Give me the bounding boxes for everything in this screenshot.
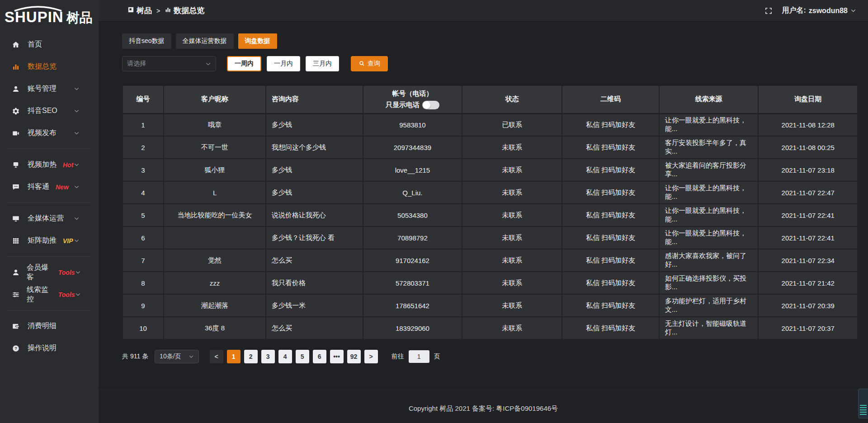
row-qr-actions[interactable]: 私信 扫码加好友 — [562, 272, 659, 294]
sidebar-item-consumption-detail[interactable]: 消费明细 — [0, 315, 99, 337]
page-button-2[interactable]: 2 — [244, 350, 258, 363]
fullscreen-icon[interactable] — [764, 7, 773, 15]
panel-icon — [127, 6, 134, 15]
wallet-icon — [12, 322, 21, 330]
row-source[interactable]: 让你一眼就爱上的黑科技，能... — [659, 226, 759, 249]
row-date: 2021-11-07 22:47 — [758, 181, 858, 204]
sliders-icon — [12, 291, 20, 299]
page-button-1[interactable]: 1 — [227, 350, 241, 363]
row-source[interactable]: 无主灯设计，智能磁吸轨道灯... — [659, 317, 759, 339]
row-qr-actions[interactable]: 私信 扫码加好友 — [562, 136, 659, 159]
range-button-quarter[interactable]: 三月内 — [306, 56, 339, 71]
inquiry-table: 编号 客户昵称 咨询内容 帐号（电话） 只显示电话 状态 二维码 线索来源 — [122, 85, 858, 340]
sidebar-item-omni-media[interactable]: 全媒体运营 — [0, 207, 99, 230]
sidebar-item-label: 抖客通 — [28, 182, 49, 192]
page-size-select[interactable]: 10条/页 — [155, 350, 198, 363]
pagination: 共 911 条 10条/页 <123456•••92> 前往 页 — [122, 350, 858, 363]
sidebar-item-data-overview[interactable]: 数据总览 — [0, 56, 99, 78]
page-button-6[interactable]: 6 — [313, 350, 326, 363]
sidebar-item-account-management[interactable]: 账号管理 — [0, 78, 99, 100]
sidebar-item-label: 抖音SEO — [28, 106, 57, 116]
user-icon — [12, 85, 21, 93]
app-logo[interactable]: SHUPIN 树品 — [0, 0, 99, 27]
phone-only-toggle[interactable] — [422, 101, 439, 109]
tabs: 抖音seo数据全媒体运营数据询盘数据 — [122, 33, 858, 49]
row-qr-actions[interactable]: 私信 扫码加好友 — [562, 113, 659, 136]
table-row: 7觉然怎么买917024162未联系私信 扫码加好友感谢大家喜欢我家，被问了好.… — [123, 249, 858, 272]
row-nickname: zzz — [164, 272, 266, 294]
row-status: 未联系 — [462, 272, 562, 294]
row-qr-actions[interactable]: 私信 扫码加好友 — [562, 181, 659, 204]
sidebar: SHUPIN 树品 首页数据总览账号管理抖音SEO视频发布视频加热Hot抖客通N… — [0, 0, 99, 423]
row-no: 10 — [123, 317, 164, 339]
sidebar-item-label: 账号管理 — [28, 84, 57, 94]
row-qr-actions[interactable]: 私信 扫码加好友 — [562, 249, 659, 272]
page-button-92[interactable]: 92 — [347, 350, 361, 363]
col-qrcode: 二维码 — [562, 85, 659, 113]
row-source[interactable]: 如何正确选择投影仪，买投影... — [659, 272, 759, 294]
sidebar-item-video-publish[interactable]: 视频发布 — [0, 122, 99, 144]
row-source[interactable]: 让你一眼就爱上的黑科技，能... — [659, 113, 759, 136]
range-button-month[interactable]: 一月内 — [267, 56, 300, 71]
row-date: 2021-11-08 12:28 — [758, 113, 858, 136]
row-no: 7 — [123, 249, 164, 272]
breadcrumb-separator: > — [156, 7, 160, 14]
row-source[interactable]: 被大家追着问的客厅投影分享... — [659, 159, 759, 181]
range-button-week[interactable]: 一周内 — [227, 56, 261, 71]
prev-page-button[interactable]: < — [210, 350, 223, 363]
table-row: 3狐小狸多少钱love__1215未联系私信 扫码加好友被大家追着问的客厅投影分… — [123, 159, 858, 181]
row-nickname: L — [164, 181, 266, 204]
sidebar-item-label: 消费明细 — [28, 321, 57, 331]
page-button-5[interactable]: 5 — [296, 350, 309, 363]
row-date: 2021-11-07 22:41 — [758, 226, 858, 249]
row-qr-actions[interactable]: 私信 扫码加好友 — [562, 204, 659, 226]
sidebar-item-matrix-boost[interactable]: 矩阵助推VIP — [0, 230, 99, 252]
floating-widget[interactable] — [858, 389, 868, 418]
row-date: 2021-11-08 00:25 — [758, 136, 858, 159]
monitor-icon — [12, 215, 21, 223]
page-button-3[interactable]: 3 — [261, 350, 275, 363]
row-source[interactable]: 让你一眼就爱上的黑科技，能... — [659, 181, 759, 204]
next-page-button[interactable]: > — [364, 350, 378, 363]
row-status: 未联系 — [462, 136, 562, 159]
tab-omni-media-data[interactable]: 全媒体运营数据 — [176, 33, 234, 49]
row-status: 未联系 — [462, 317, 562, 339]
row-source[interactable]: 感谢大家喜欢我家，被问了好... — [659, 249, 759, 272]
row-qr-actions[interactable]: 私信 扫码加好友 — [562, 294, 659, 317]
row-qr-actions[interactable]: 私信 扫码加好友 — [562, 317, 659, 339]
select-placeholder: 请选择 — [127, 60, 146, 68]
row-content: 我想问这个多少钱 — [266, 136, 363, 159]
row-date: 2021-11-07 22:34 — [758, 249, 858, 272]
chevron-down-icon — [189, 354, 194, 359]
account-select[interactable]: 请选择 — [122, 56, 216, 71]
goto-page-input[interactable] — [409, 350, 429, 363]
row-qr-actions[interactable]: 私信 扫码加好友 — [562, 159, 659, 181]
sidebar-item-home[interactable]: 首页 — [0, 33, 99, 56]
page-button-4[interactable]: 4 — [278, 350, 292, 363]
row-qr-actions[interactable]: 私信 扫码加好友 — [562, 226, 659, 249]
tab-douyin-seo-data[interactable]: 抖音seo数据 — [122, 33, 171, 49]
heat-icon — [12, 161, 21, 169]
row-date: 2021-11-07 21:42 — [758, 272, 858, 294]
page-ellipsis-button[interactable]: ••• — [330, 350, 344, 363]
row-source[interactable]: 多功能护栏灯，适用于乡村文... — [659, 294, 759, 317]
breadcrumb-item-shupin[interactable]: 树品 — [127, 5, 152, 16]
sidebar-item-douyin-seo[interactable]: 抖音SEO — [0, 100, 99, 122]
tab-inquiry-data[interactable]: 询盘数据 — [238, 33, 277, 49]
row-source[interactable]: 让你一眼就爱上的黑科技，能... — [659, 204, 759, 226]
row-account: 183929060 — [363, 317, 462, 339]
row-status: 未联系 — [462, 226, 562, 249]
sidebar-item-lead-monitor[interactable]: 线索监控Tools — [0, 283, 99, 306]
date-range-group: 一周内一月内三月内 — [227, 56, 339, 71]
query-button[interactable]: 查询 — [351, 56, 388, 71]
row-source[interactable]: 客厅安装投影半年多了，真实... — [659, 136, 759, 159]
sidebar-item-operation-guide[interactable]: ?操作说明 — [0, 337, 99, 359]
sidebar-item-douketong[interactable]: 抖客通New — [0, 176, 99, 198]
table-row: 1哦章多少钱9583810已联系私信 扫码加好友让你一眼就爱上的黑科技，能...… — [123, 113, 858, 136]
sidebar-item-video-heat[interactable]: 视频加热Hot — [0, 154, 99, 176]
logo-text-en: SHUPIN — [5, 9, 64, 24]
chevron-down-icon — [74, 238, 83, 244]
row-content: 多少钱 — [266, 113, 363, 136]
sidebar-item-member-baoke[interactable]: 会员爆客Tools — [0, 261, 99, 283]
user-menu[interactable]: 用户名: zswodun88 — [782, 6, 856, 15]
